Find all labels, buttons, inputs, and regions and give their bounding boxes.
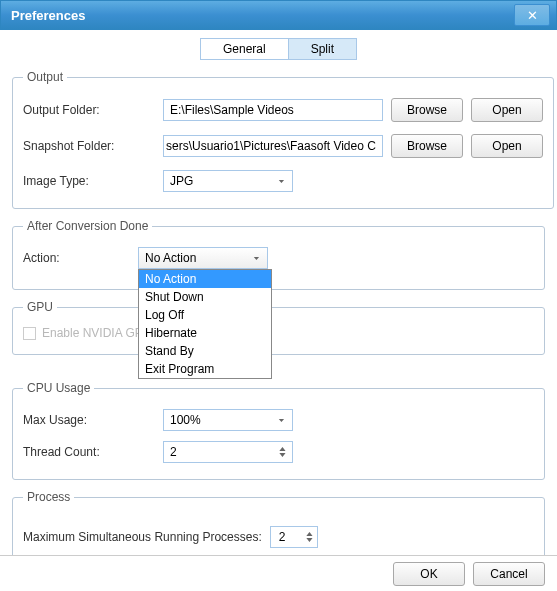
action-option[interactable]: Stand By — [139, 342, 271, 360]
action-combo-value: No Action — [145, 251, 196, 265]
max-processes-value: 2 — [279, 530, 286, 544]
action-label: Action: — [23, 251, 138, 265]
tab-strip: General Split — [12, 38, 545, 60]
group-cpu: CPU Usage Max Usage: 100% ▼ Thread Count… — [12, 381, 545, 480]
cancel-button[interactable]: Cancel — [473, 562, 545, 586]
action-option[interactable]: Exit Program — [139, 360, 271, 378]
snapshot-folder-input[interactable] — [163, 135, 383, 157]
image-type-value: JPG — [170, 174, 193, 188]
image-type-label: Image Type: — [23, 174, 163, 188]
enable-nvidia-label: Enable NVIDIA GP — [42, 326, 143, 340]
image-type-combo[interactable]: JPG ▼ — [163, 170, 293, 192]
close-icon: ✕ — [527, 8, 538, 23]
action-dropdown: No Action Shut Down Log Off Hibernate St… — [138, 269, 272, 379]
output-folder-browse-button[interactable]: Browse — [391, 98, 463, 122]
chevron-down-icon: ▼ — [277, 417, 286, 423]
window-title: Preferences — [11, 8, 85, 23]
max-usage-combo[interactable]: 100% ▼ — [163, 409, 293, 431]
action-option[interactable]: No Action — [139, 270, 271, 288]
max-usage-label: Max Usage: — [23, 413, 163, 427]
group-after-legend: After Conversion Done — [23, 219, 152, 233]
snapshot-folder-label: Snapshot Folder: — [23, 139, 163, 153]
ok-button[interactable]: OK — [393, 562, 465, 586]
output-folder-open-button[interactable]: Open — [471, 98, 543, 122]
action-combo[interactable]: No Action ▼ No Action Shut Down Log Off … — [138, 247, 268, 269]
group-gpu-legend: GPU — [23, 300, 57, 314]
snapshot-browse-button[interactable]: Browse — [391, 134, 463, 158]
thread-count-value: 2 — [170, 445, 177, 459]
thread-count-label: Thread Count: — [23, 445, 163, 459]
chevron-down-icon: ▼ — [277, 178, 286, 184]
spinner-arrows-icon[interactable]: ▲▼ — [306, 531, 313, 543]
action-option[interactable]: Shut Down — [139, 288, 271, 306]
spinner-arrows-icon[interactable]: ▲▼ — [279, 446, 286, 458]
group-output-legend: Output — [23, 70, 67, 84]
max-usage-value: 100% — [170, 413, 201, 427]
close-button[interactable]: ✕ — [514, 4, 550, 26]
titlebar: Preferences ✕ — [0, 0, 557, 30]
dialog-footer: OK Cancel — [0, 555, 557, 591]
snapshot-open-button[interactable]: Open — [471, 134, 543, 158]
group-gpu: GPU Enable NVIDIA GP — [12, 300, 545, 355]
thread-count-spinner[interactable]: 2 ▲▼ — [163, 441, 293, 463]
group-process-legend: Process — [23, 490, 74, 504]
max-processes-spinner[interactable]: 2 ▲▼ — [270, 526, 318, 548]
output-folder-input[interactable] — [163, 99, 383, 121]
max-processes-label: Maximum Simultaneous Running Processes: — [23, 530, 262, 544]
group-output: Output Output Folder: Browse Open Snapsh… — [12, 70, 554, 209]
group-cpu-legend: CPU Usage — [23, 381, 94, 395]
action-option[interactable]: Hibernate — [139, 324, 271, 342]
tab-general[interactable]: General — [201, 39, 289, 59]
chevron-down-icon: ▼ — [252, 255, 261, 261]
group-after-conversion: After Conversion Done Action: No Action … — [12, 219, 545, 290]
output-folder-label: Output Folder: — [23, 103, 163, 117]
enable-nvidia-checkbox — [23, 327, 36, 340]
action-option[interactable]: Log Off — [139, 306, 271, 324]
tab-split[interactable]: Split — [289, 39, 356, 59]
